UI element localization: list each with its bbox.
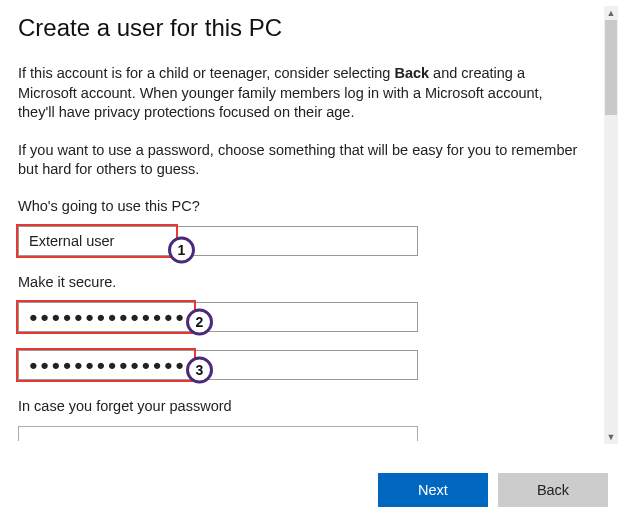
scroll-down-icon[interactable]: ▼ — [604, 430, 618, 444]
username-input[interactable] — [18, 226, 418, 256]
next-button[interactable]: Next — [378, 473, 488, 507]
confirm-password-input[interactable] — [18, 350, 418, 380]
scroll-thumb[interactable] — [605, 20, 617, 115]
intro-para-2: If you want to use a password, choose so… — [18, 141, 580, 180]
who-label: Who's going to use this PC? — [18, 198, 580, 214]
intro1-bold: Back — [394, 65, 429, 81]
scrollbar[interactable]: ▲ ▼ — [604, 6, 618, 444]
page-title: Create a user for this PC — [18, 14, 580, 42]
secure-label: Make it secure. — [18, 274, 580, 290]
password-input[interactable] — [18, 302, 418, 332]
scroll-up-icon[interactable]: ▲ — [604, 6, 618, 20]
forget-label: In case you forget your password — [18, 398, 580, 414]
scroll-track[interactable] — [604, 20, 618, 430]
hint-input-truncated[interactable] — [18, 426, 418, 441]
intro1-pre: If this account is for a child or teenag… — [18, 65, 394, 81]
intro-para-1: If this account is for a child or teenag… — [18, 64, 580, 123]
back-button[interactable]: Back — [498, 473, 608, 507]
